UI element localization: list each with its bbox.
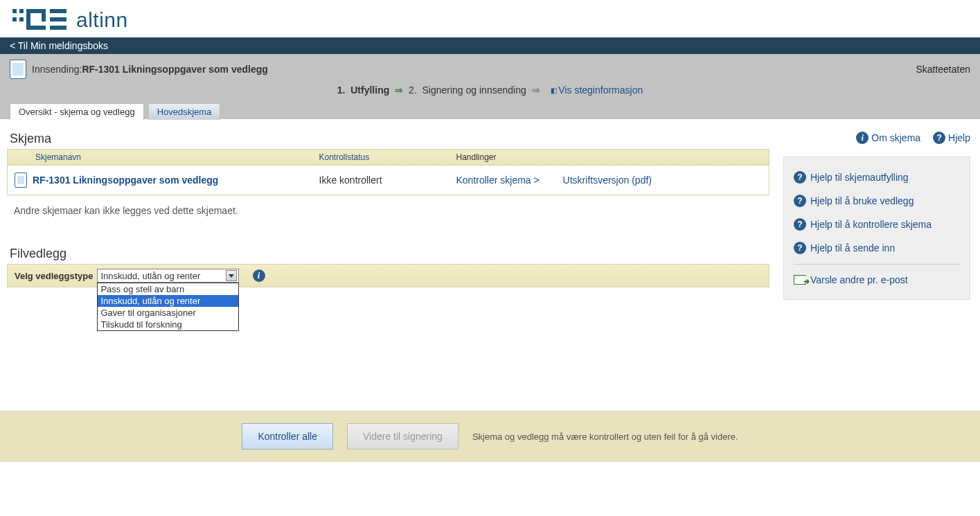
step-indicator: 1. Utfylling ⇒ 2. Signering og innsendin… [10,79,970,103]
svg-rect-9 [50,17,66,21]
help-icon: ? [794,218,806,231]
step1-num: 1. [337,84,346,96]
svg-rect-1 [19,9,24,13]
document-icon [10,60,26,79]
velg-label: Velg vedleggstype [15,271,93,281]
help-label: Hjelp [948,132,970,143]
status-cell: Ikke kontrollert [312,166,449,195]
svg-rect-8 [50,9,66,13]
mail-icon: ➜ [794,275,806,285]
arrow-grey-icon: ⇒ [529,84,543,96]
dropdown-option[interactable]: Innskudd, utlån og renter [98,295,238,307]
col-handlinger: Handlinger [449,150,769,166]
vedleggstype-select[interactable]: Innskudd, utlån og renter Pass og stell … [97,269,239,283]
help-sende-inn[interactable]: ?Hjelp til å sende inn [794,236,960,260]
footer-note: Skjema og vedlegg må være kontrollert og… [472,432,738,442]
side-box: ?Hjelp til skjemautfylling ?Hjelp til å … [783,157,970,300]
step1-label: Utfylling [350,84,389,96]
about-link[interactable]: iOm skjema [856,132,920,144]
back-bar: < Til Min meldingsboks [0,37,980,54]
table-row: RF-1301 Likningsoppgaver som vedlegg Ikk… [8,166,769,195]
kontroller-alle-button[interactable]: Kontroller alle [242,423,333,450]
top-links: iOm skjema ?Hjelp [783,132,970,144]
svg-rect-3 [19,17,24,21]
title-text: RF-1301 Likningsoppgaver som vedlegg [82,64,267,75]
step2-label: Signering og innsending [422,84,526,96]
info-icon: i [856,132,868,144]
skjema-heading: Skjema [10,132,769,146]
svg-rect-7 [26,26,46,30]
title-prefix: Innsending: [32,64,82,75]
logo[interactable]: altinn [12,8,968,32]
col-kontrollstatus[interactable]: Kontrollstatus [312,150,449,166]
select-value: Innskudd, utlån og renter [100,271,200,281]
step2-num: 2. [409,84,417,96]
about-label: Om skjema [871,132,920,143]
submission-title: Innsending:RF-1301 Likningsoppgaver som … [10,60,268,79]
step-info-link[interactable]: Vis steginformasjon [558,84,643,96]
help-skjemautfylling[interactable]: ?Hjelp til skjemautfylling [794,166,960,189]
footer-bar: Kontroller alle Videre til signering Skj… [0,411,980,462]
svg-rect-0 [12,9,17,13]
logo-text: altinn [76,8,128,32]
action-kontroller[interactable]: Kontroller skjema > [456,175,540,186]
tab-overview[interactable]: Oversikt - skjema og vedlegg [10,103,144,120]
logo-bar: altinn [0,0,980,37]
help-link[interactable]: ?Hjelp [933,132,970,144]
help-icon: ? [794,242,806,254]
help-label: Hjelp til å kontrollere skjema [810,219,932,230]
help-icon: ? [933,132,945,144]
agency-label: Skatteetaten [916,64,970,75]
tab-bar: Oversikt - skjema og vedlegg Hovedskjema [10,103,970,120]
help-label: Hjelp til å bruke vedlegg [810,195,914,206]
notify-email-link[interactable]: ➜Varsle andre pr. e-post [794,269,960,291]
header-area: Innsending:RF-1301 Likningsoppgaver som … [0,54,980,119]
help-vedlegg[interactable]: ?Hjelp til å bruke vedlegg [794,189,960,213]
filvedlegg-heading: Filvedlegg [10,247,769,261]
expand-icon: ◧ [551,87,558,94]
dropdown-option[interactable]: Gaver til organisasjoner [98,307,238,319]
arrow-green-icon: ⇒ [392,84,406,96]
skjema-table: Skjemanavn Kontrollstatus Handlinger RF-… [7,149,769,195]
tab-main[interactable]: Hovedskjema [148,103,221,120]
dropdown-list: Pass og stell av barn Innskudd, utlån og… [97,283,239,331]
svg-rect-2 [12,17,17,21]
skjema-note: Andre skjemaer kan ikke legges ved dette… [7,195,769,226]
help-label: Hjelp til å sende inn [810,242,895,253]
notify-label: Varsle andre pr. e-post [810,274,908,285]
col-skjemanavn[interactable]: Skjemanavn [8,150,312,166]
action-utskrift[interactable]: Utskriftsversjon (pdf) [563,175,652,186]
separator [794,264,960,265]
back-link[interactable]: < Til Min meldingsboks [10,40,108,51]
schema-link[interactable]: RF-1301 Likningsoppgaver som vedlegg [33,175,218,186]
svg-rect-6 [42,9,46,21]
help-icon: ? [794,195,806,207]
back-link-label: Til Min meldingsboks [18,40,108,51]
svg-rect-10 [50,26,66,30]
info-icon[interactable]: i [253,269,265,282]
dropdown-option[interactable]: Pass og stell av barn [98,283,238,295]
help-icon: ? [794,171,806,184]
velg-row: Velg vedleggstype Innskudd, utlån og ren… [7,264,769,287]
document-icon [15,172,27,188]
videre-signering-button: Videre til signering [347,423,458,450]
chevron-down-icon[interactable] [226,270,237,281]
help-label: Hjelp til skjemautfylling [810,172,909,183]
dropdown-option[interactable]: Tilskudd til forskning [98,319,238,330]
logo-mark-icon [12,9,68,31]
help-kontrollere[interactable]: ?Hjelp til å kontrollere skjema [794,213,960,236]
